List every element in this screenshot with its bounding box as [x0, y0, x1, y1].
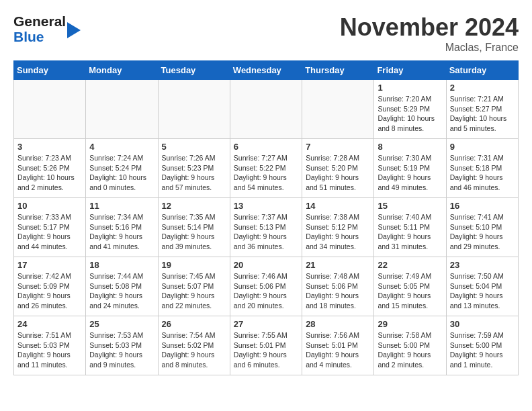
day-info: Sunrise: 7:55 AM Sunset: 5:01 PM Dayligh…	[234, 330, 298, 370]
day-number: 14	[306, 201, 370, 211]
day-info: Sunrise: 7:48 AM Sunset: 5:06 PM Dayligh…	[306, 271, 370, 311]
day-number: 15	[378, 201, 442, 211]
day-number: 10	[17, 201, 82, 211]
day-number: 7	[306, 142, 370, 152]
calendar-cell: 10Sunrise: 7:33 AM Sunset: 5:17 PM Dayli…	[14, 198, 86, 257]
calendar-cell: 1Sunrise: 7:20 AM Sunset: 5:29 PM Daylig…	[374, 80, 446, 139]
day-number: 16	[450, 201, 515, 211]
day-number: 18	[89, 260, 154, 270]
day-number: 25	[89, 319, 154, 329]
weekday-header: Saturday	[446, 61, 518, 80]
day-info: Sunrise: 7:56 AM Sunset: 5:01 PM Dayligh…	[306, 330, 370, 370]
calendar-cell	[14, 80, 86, 139]
calendar-cell: 18Sunrise: 7:44 AM Sunset: 5:08 PM Dayli…	[86, 257, 158, 316]
day-number: 23	[450, 260, 515, 270]
logo: General Blue	[13, 13, 81, 44]
day-number: 22	[378, 260, 442, 270]
calendar-cell: 23Sunrise: 7:50 AM Sunset: 5:04 PM Dayli…	[446, 257, 518, 316]
day-number: 9	[450, 142, 515, 152]
month-title: November 2024	[340, 13, 519, 42]
calendar-cell: 29Sunrise: 7:58 AM Sunset: 5:00 PM Dayli…	[374, 316, 446, 375]
calendar-cell: 30Sunrise: 7:59 AM Sunset: 5:00 PM Dayli…	[446, 316, 518, 375]
calendar-cell: 4Sunrise: 7:24 AM Sunset: 5:24 PM Daylig…	[86, 139, 158, 198]
logo-arrow-icon	[67, 22, 81, 38]
day-info: Sunrise: 7:33 AM Sunset: 5:17 PM Dayligh…	[17, 212, 82, 252]
day-number: 20	[234, 260, 298, 270]
calendar-cell: 25Sunrise: 7:53 AM Sunset: 5:03 PM Dayli…	[86, 316, 158, 375]
weekday-header-row: SundayMondayTuesdayWednesdayThursdayFrid…	[14, 61, 519, 80]
calendar-cell	[230, 80, 302, 139]
day-info: Sunrise: 7:34 AM Sunset: 5:16 PM Dayligh…	[89, 212, 154, 252]
calendar-cell: 3Sunrise: 7:23 AM Sunset: 5:26 PM Daylig…	[14, 139, 86, 198]
day-number: 2	[450, 83, 515, 93]
calendar-cell: 26Sunrise: 7:54 AM Sunset: 5:02 PM Dayli…	[158, 316, 230, 375]
day-info: Sunrise: 7:27 AM Sunset: 5:22 PM Dayligh…	[234, 153, 298, 193]
day-number: 17	[17, 260, 82, 270]
calendar-cell: 8Sunrise: 7:30 AM Sunset: 5:19 PM Daylig…	[374, 139, 446, 198]
weekday-header: Wednesday	[230, 61, 302, 80]
calendar-week-row: 1Sunrise: 7:20 AM Sunset: 5:29 PM Daylig…	[14, 80, 519, 139]
day-number: 4	[89, 142, 154, 152]
day-number: 28	[306, 319, 370, 329]
calendar-cell: 16Sunrise: 7:41 AM Sunset: 5:10 PM Dayli…	[446, 198, 518, 257]
calendar-cell: 12Sunrise: 7:35 AM Sunset: 5:14 PM Dayli…	[158, 198, 230, 257]
calendar-cell: 22Sunrise: 7:49 AM Sunset: 5:05 PM Dayli…	[374, 257, 446, 316]
calendar-cell: 7Sunrise: 7:28 AM Sunset: 5:20 PM Daylig…	[302, 139, 374, 198]
day-info: Sunrise: 7:35 AM Sunset: 5:14 PM Dayligh…	[162, 212, 226, 252]
day-info: Sunrise: 7:20 AM Sunset: 5:29 PM Dayligh…	[378, 94, 442, 134]
calendar-week-row: 17Sunrise: 7:42 AM Sunset: 5:09 PM Dayli…	[14, 257, 519, 316]
logo-bottom: Blue	[13, 29, 66, 44]
day-info: Sunrise: 7:44 AM Sunset: 5:08 PM Dayligh…	[89, 271, 154, 311]
day-info: Sunrise: 7:31 AM Sunset: 5:18 PM Dayligh…	[450, 153, 515, 193]
day-info: Sunrise: 7:50 AM Sunset: 5:04 PM Dayligh…	[450, 271, 515, 311]
calendar-cell: 14Sunrise: 7:38 AM Sunset: 5:12 PM Dayli…	[302, 198, 374, 257]
day-info: Sunrise: 7:59 AM Sunset: 5:00 PM Dayligh…	[450, 330, 515, 370]
calendar-cell: 21Sunrise: 7:48 AM Sunset: 5:06 PM Dayli…	[302, 257, 374, 316]
calendar-cell: 19Sunrise: 7:45 AM Sunset: 5:07 PM Dayli…	[158, 257, 230, 316]
calendar-cell: 27Sunrise: 7:55 AM Sunset: 5:01 PM Dayli…	[230, 316, 302, 375]
day-info: Sunrise: 7:51 AM Sunset: 5:03 PM Dayligh…	[17, 330, 82, 370]
day-info: Sunrise: 7:26 AM Sunset: 5:23 PM Dayligh…	[162, 153, 226, 193]
weekday-header: Monday	[86, 61, 158, 80]
weekday-header: Sunday	[14, 61, 86, 80]
calendar-cell: 5Sunrise: 7:26 AM Sunset: 5:23 PM Daylig…	[158, 139, 230, 198]
calendar-cell: 9Sunrise: 7:31 AM Sunset: 5:18 PM Daylig…	[446, 139, 518, 198]
calendar-cell: 24Sunrise: 7:51 AM Sunset: 5:03 PM Dayli…	[14, 316, 86, 375]
calendar-week-row: 10Sunrise: 7:33 AM Sunset: 5:17 PM Dayli…	[14, 198, 519, 257]
calendar-cell: 6Sunrise: 7:27 AM Sunset: 5:22 PM Daylig…	[230, 139, 302, 198]
day-info: Sunrise: 7:41 AM Sunset: 5:10 PM Dayligh…	[450, 212, 515, 252]
calendar-week-row: 3Sunrise: 7:23 AM Sunset: 5:26 PM Daylig…	[14, 139, 519, 198]
calendar-cell: 11Sunrise: 7:34 AM Sunset: 5:16 PM Dayli…	[86, 198, 158, 257]
calendar-cell	[302, 80, 374, 139]
day-info: Sunrise: 7:45 AM Sunset: 5:07 PM Dayligh…	[162, 271, 226, 311]
day-number: 26	[162, 319, 226, 329]
day-number: 27	[234, 319, 298, 329]
day-info: Sunrise: 7:23 AM Sunset: 5:26 PM Dayligh…	[17, 153, 82, 193]
calendar-cell: 13Sunrise: 7:37 AM Sunset: 5:13 PM Dayli…	[230, 198, 302, 257]
day-info: Sunrise: 7:24 AM Sunset: 5:24 PM Dayligh…	[89, 153, 154, 193]
day-number: 12	[162, 201, 226, 211]
day-number: 11	[89, 201, 154, 211]
calendar-cell: 2Sunrise: 7:21 AM Sunset: 5:27 PM Daylig…	[446, 80, 518, 139]
calendar-cell	[158, 80, 230, 139]
weekday-header: Friday	[374, 61, 446, 80]
weekday-header: Tuesday	[158, 61, 230, 80]
day-info: Sunrise: 7:53 AM Sunset: 5:03 PM Dayligh…	[89, 330, 154, 370]
day-info: Sunrise: 7:58 AM Sunset: 5:00 PM Dayligh…	[378, 330, 442, 370]
day-number: 30	[450, 319, 515, 329]
day-info: Sunrise: 7:30 AM Sunset: 5:19 PM Dayligh…	[378, 153, 442, 193]
day-info: Sunrise: 7:42 AM Sunset: 5:09 PM Dayligh…	[17, 271, 82, 311]
day-info: Sunrise: 7:46 AM Sunset: 5:06 PM Dayligh…	[234, 271, 298, 311]
logo-top: General	[13, 13, 66, 29]
day-number: 29	[378, 319, 442, 329]
calendar-week-row: 24Sunrise: 7:51 AM Sunset: 5:03 PM Dayli…	[14, 316, 519, 375]
day-info: Sunrise: 7:37 AM Sunset: 5:13 PM Dayligh…	[234, 212, 298, 252]
day-number: 3	[17, 142, 82, 152]
day-info: Sunrise: 7:49 AM Sunset: 5:05 PM Dayligh…	[378, 271, 442, 311]
day-number: 1	[378, 83, 442, 93]
day-number: 6	[234, 142, 298, 152]
day-number: 19	[162, 260, 226, 270]
calendar-cell	[86, 80, 158, 139]
day-info: Sunrise: 7:40 AM Sunset: 5:11 PM Dayligh…	[378, 212, 442, 252]
calendar-cell: 28Sunrise: 7:56 AM Sunset: 5:01 PM Dayli…	[302, 316, 374, 375]
